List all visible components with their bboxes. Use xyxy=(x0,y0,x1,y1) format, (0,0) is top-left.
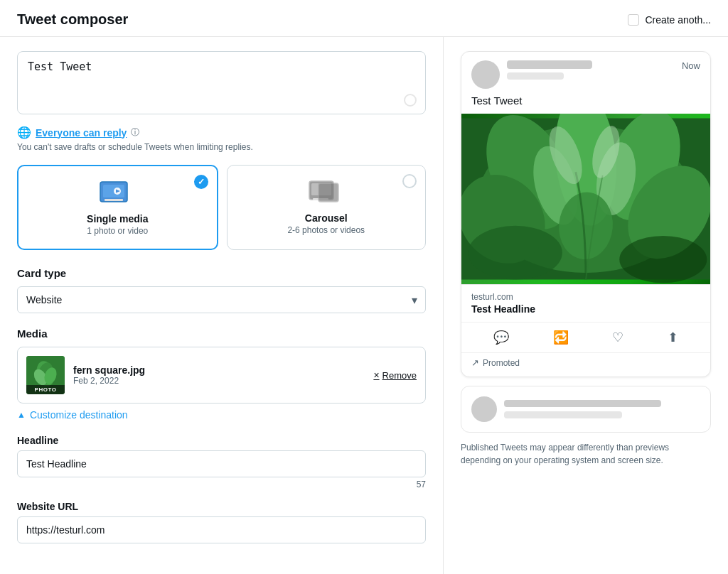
media-section: Media PHOTO xyxy=(17,327,426,421)
carousel-icon xyxy=(308,178,345,205)
promoted-label: ↗ Promoted xyxy=(461,352,710,377)
svg-point-26 xyxy=(468,226,562,280)
like-action-icon[interactable]: ♡ xyxy=(612,330,623,345)
media-date: Feb 2, 2022 xyxy=(73,376,365,386)
remove-x-icon: × xyxy=(373,369,379,381)
single-media-icon xyxy=(99,179,136,206)
card-type-select-wrapper: Website App Video ▾ xyxy=(17,286,426,313)
right-panel: Now Test Tweet xyxy=(444,37,728,574)
promoted-icon: ↗ xyxy=(471,357,479,368)
info-icon[interactable]: ⓘ xyxy=(131,126,139,139)
media-thumbnail: PHOTO xyxy=(26,356,65,394)
carousel-radio[interactable] xyxy=(402,174,417,188)
next-avatar xyxy=(471,396,497,422)
share-action-icon[interactable]: ⬆ xyxy=(668,330,678,345)
tweet-url-preview: testurl.com Test Headline xyxy=(461,284,710,322)
website-url-input[interactable] xyxy=(17,516,426,543)
reply-setting-label[interactable]: Everyone can reply xyxy=(36,127,127,139)
website-url-group: Website URL xyxy=(17,501,426,543)
media-card-carousel[interactable]: Carousel 2-6 photos or videos xyxy=(227,165,427,250)
tweet-preview-time: Now xyxy=(682,60,700,71)
website-url-label: Website URL xyxy=(17,501,426,512)
website-url-input-wrapper xyxy=(17,516,426,543)
card-type-select[interactable]: Website App Video xyxy=(17,286,426,313)
tweet-preview-header: Now xyxy=(461,52,710,94)
media-type-cards: Single media 1 photo or video Car xyxy=(17,165,426,250)
media-info: fern square.jpg Feb 2, 2022 xyxy=(73,364,365,386)
retweet-action-icon[interactable]: 🔁 xyxy=(553,330,569,345)
tweet-textarea[interactable] xyxy=(28,60,415,103)
headline-group: Headline 57 xyxy=(17,435,426,489)
reply-setting: 🌐 Everyone can reply ⓘ xyxy=(17,126,426,139)
card-type-label: Card type xyxy=(17,267,426,279)
media-item: PHOTO fern square.jpg Feb 2, 2022 × Remo… xyxy=(17,347,426,404)
create-another-checkbox[interactable] xyxy=(628,14,639,26)
headline-input[interactable] xyxy=(17,450,426,477)
reply-warning: You can't save drafts or schedule Tweets… xyxy=(17,142,426,152)
carousel-title: Carousel xyxy=(305,212,348,224)
next-tweet-preview xyxy=(461,386,711,433)
promoted-text: Promoted xyxy=(483,358,520,368)
tweet-url-headline: Test Headline xyxy=(471,303,700,315)
customize-arrow-icon: ▲ xyxy=(17,410,26,420)
headline-input-wrapper xyxy=(17,450,426,477)
media-label: PHOTO xyxy=(26,385,65,394)
avatar xyxy=(471,60,500,89)
page-title: Tweet composer xyxy=(17,11,128,28)
tweet-preview-card: Now Test Tweet xyxy=(461,51,711,377)
page-container: Tweet composer Create anoth... 🌐 Everyon… xyxy=(0,0,728,574)
next-line-1 xyxy=(504,400,661,407)
create-another-checkbox-label[interactable]: Create anoth... xyxy=(628,14,711,26)
tweet-preview-meta xyxy=(507,60,675,80)
reply-action-icon[interactable]: 💬 xyxy=(493,330,509,345)
preview-handle-placeholder xyxy=(507,72,564,80)
next-line-2 xyxy=(504,411,622,418)
customize-destination-label: Customize destination xyxy=(30,409,128,421)
single-media-radio[interactable] xyxy=(194,175,208,189)
tweet-actions: 💬 🔁 ♡ ⬆ xyxy=(461,322,710,352)
carousel-subtitle: 2-6 photos or videos xyxy=(287,225,365,235)
remove-label: Remove xyxy=(382,370,417,381)
create-another-label: Create anoth... xyxy=(645,14,711,26)
next-tweet-lines xyxy=(504,400,700,418)
headline-char-count: 57 xyxy=(17,480,426,489)
globe-icon: 🌐 xyxy=(17,126,31,139)
svg-rect-4 xyxy=(105,199,123,201)
header: Tweet composer Create anoth... xyxy=(0,0,728,37)
customize-destination-link[interactable]: ▲ Customize destination xyxy=(17,409,426,421)
remove-button[interactable]: × Remove xyxy=(373,369,417,381)
tweet-image-preview xyxy=(461,114,710,284)
single-media-title: Single media xyxy=(87,213,148,224)
left-panel: 🌐 Everyone can reply ⓘ You can't save dr… xyxy=(0,37,444,574)
tweet-preview-text: Test Tweet xyxy=(461,94,710,114)
preview-name-placeholder xyxy=(507,60,592,69)
preview-note: Published Tweets may appear differently … xyxy=(461,441,711,467)
tweet-url-domain: testurl.com xyxy=(471,292,700,302)
headline-label: Headline xyxy=(17,435,426,446)
tweet-textarea-wrapper xyxy=(17,51,426,114)
svg-rect-8 xyxy=(318,183,338,202)
single-media-subtitle: 1 photo or video xyxy=(87,226,148,236)
media-card-single[interactable]: Single media 1 photo or video xyxy=(17,165,218,250)
main-content: 🌐 Everyone can reply ⓘ You can't save dr… xyxy=(0,37,728,574)
media-filename: fern square.jpg xyxy=(73,364,365,376)
tweet-char-indicator xyxy=(404,94,417,107)
svg-point-27 xyxy=(619,236,707,283)
media-section-label: Media xyxy=(17,327,426,340)
card-type-section: Card type Website App Video ▾ xyxy=(17,267,426,313)
